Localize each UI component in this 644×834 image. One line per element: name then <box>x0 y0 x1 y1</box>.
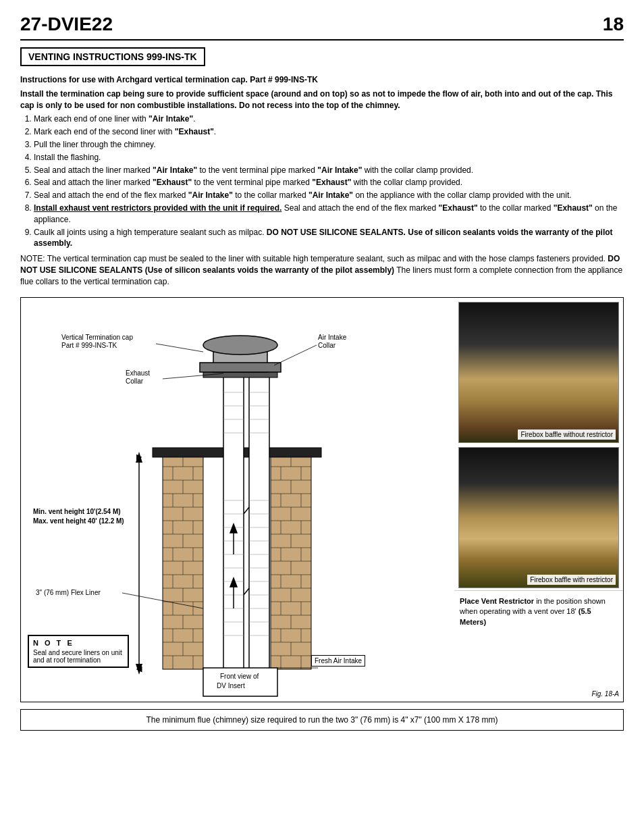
model-number: 27-DVIE22 <box>20 14 113 35</box>
instructions-area: Instructions for use with Archgard verti… <box>20 74 624 288</box>
svg-text:DV Insert: DV Insert <box>217 682 245 689</box>
photo-bottom-image <box>459 448 618 588</box>
step-9: Caulk all joints using a high temperatur… <box>34 227 624 250</box>
svg-text:Front view of: Front view of <box>220 673 259 680</box>
photo-box-bottom: Firebox baffle with restrictor <box>458 447 619 588</box>
step-6: Seal and attach the liner marked "Exhaus… <box>34 177 624 188</box>
diagram-right-panel: Firebox baffle without restrictor Firebo… <box>454 298 623 702</box>
intro-line2-bold: Install the termination cap being sure t… <box>20 89 612 110</box>
step-4: Install the flashing. <box>34 152 624 163</box>
page-header: 27-DVIE22 18 <box>20 14 624 35</box>
photo-bottom-label: Firebox baffle with restrictor <box>527 575 616 585</box>
svg-text:3" (76 mm) Flex Liner: 3" (76 mm) Flex Liner <box>36 589 101 596</box>
diagram-container: Vertical Termination cap Part # 999-INS-… <box>20 297 624 702</box>
step-7: Seal and attach the end of the flex mark… <box>34 190 624 201</box>
vent-restrictor-text: Place Vent Restrictor in the position sh… <box>454 590 623 702</box>
step-3: Pull the liner through the chimney. <box>34 139 624 151</box>
header-divider <box>20 39 624 41</box>
intro-line2: Install the termination cap being sure t… <box>20 88 624 111</box>
svg-marker-133 <box>136 452 142 463</box>
svg-text:Exhaust: Exhaust <box>126 369 150 377</box>
fresh-air-text: Fresh Air Intake <box>315 657 362 664</box>
vent-restrictor-strong: Place Vent Restrictor <box>460 597 534 605</box>
svg-text:Min. vent height 10'(2.54 M): Min. vent height 10'(2.54 M) <box>33 508 121 515</box>
svg-text:Max. vent height 40' (12.2 M): Max. vent height 40' (12.2 M) <box>33 517 124 525</box>
svg-line-128 <box>274 345 317 365</box>
note-box-title: N O T E <box>33 639 124 647</box>
photo-box-top: Firebox baffle without restrictor <box>458 302 619 443</box>
svg-text:Vertical Termination cap: Vertical Termination cap <box>61 334 133 341</box>
note-box: N O T E Seal and secure liners on unit a… <box>28 635 129 668</box>
section-title-box: VENTING INSTRUCTIONS 999-INS-TK <box>20 47 205 66</box>
fresh-air-label: Fresh Air Intake <box>311 655 365 667</box>
steps-list: Mark each end of one liner with "Air Int… <box>34 113 624 249</box>
svg-text:Part # 999-INS-TK: Part # 999-INS-TK <box>61 342 117 349</box>
svg-line-125 <box>156 344 203 352</box>
svg-text:Collar: Collar <box>126 377 144 385</box>
svg-text:Air Intake: Air Intake <box>318 334 347 341</box>
step-1: Mark each end of one liner with "Air Int… <box>34 113 624 125</box>
svg-text:Collar: Collar <box>318 342 336 349</box>
svg-marker-134 <box>136 664 142 675</box>
section-title: VENTING INSTRUCTIONS 999-INS-TK <box>28 51 197 62</box>
photo-top-label: Firebox baffle without restrictor <box>518 429 616 440</box>
svg-line-117 <box>244 507 249 514</box>
step-2: Mark each end of the second liner with "… <box>34 126 624 138</box>
note-paragraph: NOTE: The vertical termination cap must … <box>20 253 624 287</box>
svg-rect-122 <box>200 363 281 372</box>
footer-text: The minimum flue (chimney) size required… <box>146 715 498 725</box>
step-5: Seal and attach the liner marked "Air In… <box>34 165 624 176</box>
note-box-text: Seal and secure liners on unit and at ro… <box>33 649 124 664</box>
svg-point-121 <box>203 336 277 355</box>
svg-line-118 <box>244 588 249 595</box>
intro-line1: Instructions for use with Archgard verti… <box>20 74 624 86</box>
photo-top-image <box>459 303 618 442</box>
footer-note: The minimum flue (chimney) size required… <box>20 709 624 731</box>
intro-line1-bold: Instructions for use with Archgard verti… <box>20 75 318 84</box>
page-number: 18 <box>603 14 624 35</box>
step-8: Install exhaust vent restrictors provide… <box>34 203 624 226</box>
